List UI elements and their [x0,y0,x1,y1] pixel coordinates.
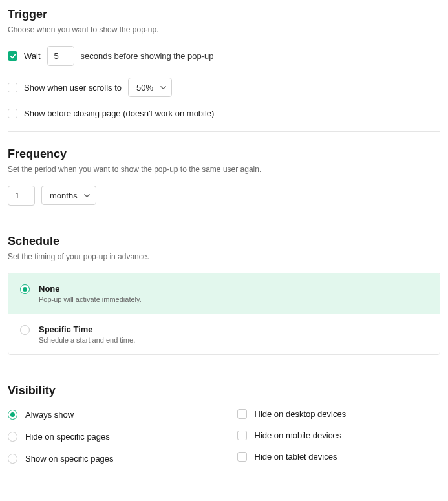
visibility-label: Hide on specific pages [25,432,110,442]
schedule-section: Schedule Set the timing of your pop-up i… [8,235,440,355]
visibility-label: Hide on mobile devices [255,431,341,440]
trigger-title: Trigger [8,8,440,21]
trigger-wait-row: Wait seconds before showing the pop-up [8,46,440,66]
schedule-option-specific[interactable]: Specific Time Schedule a start and end t… [8,314,440,354]
schedule-option-title: Specific Time [39,325,135,334]
scroll-select-value: 50% [136,83,153,92]
visibility-section: Visibility Always show Hide on specific … [8,384,440,464]
scroll-select[interactable]: 50% [128,78,172,97]
divider [8,131,440,132]
visibility-columns: Always show Hide on specific pages Show … [8,409,440,464]
schedule-option-none[interactable]: None Pop-up will activate immediately. [8,273,440,314]
check-icon [10,53,16,59]
wait-checkbox[interactable] [8,51,17,61]
visibility-radio-show-pages[interactable] [8,454,17,464]
visibility-label: Always show [25,410,74,420]
frequency-unit-value: months [50,191,78,200]
visibility-checkbox-mobile[interactable] [237,431,247,440]
wait-label: Wait [24,51,41,61]
visibility-mobile-row: Hide on mobile devices [237,431,441,440]
trigger-desc: Choose when you want to show the pop-up. [8,25,440,34]
schedule-desc: Set the timing of your pop-up in advance… [8,252,440,261]
visibility-show-pages-row: Show on specific pages [8,453,211,464]
schedule-radio-none[interactable] [20,284,30,294]
frequency-row: months [8,186,440,206]
frequency-desc: Set the period when you want to show the… [8,165,440,174]
wait-input[interactable] [47,46,74,66]
schedule-option-text: None Pop-up will activate immediately. [39,284,142,303]
schedule-options: None Pop-up will activate immediately. S… [8,273,440,355]
frequency-unit-select[interactable]: months [41,186,96,205]
wait-suffix: seconds before showing the pop-up [81,51,214,61]
frequency-section: Frequency Set the period when you want t… [8,147,440,206]
schedule-title: Schedule [8,235,440,248]
trigger-section: Trigger Choose when you want to show the… [8,8,440,118]
schedule-option-sub: Pop-up will activate immediately. [39,295,142,303]
scroll-checkbox[interactable] [8,83,17,92]
visibility-checkbox-desktop[interactable] [237,409,247,419]
visibility-right-col: Hide on desktop devices Hide on mobile d… [237,409,441,464]
visibility-radio-always[interactable] [8,410,17,420]
close-checkbox[interactable] [8,109,17,118]
visibility-radio-hide-pages[interactable] [8,432,17,442]
visibility-title: Visibility [8,384,440,398]
schedule-option-sub: Schedule a start and end time. [39,336,135,344]
divider [8,368,440,368]
schedule-option-title: None [39,284,142,293]
visibility-left-col: Always show Hide on specific pages Show … [8,409,211,464]
chevron-down-icon [160,84,166,91]
scroll-label: Show when user scrolls to [24,83,122,92]
visibility-hide-pages-row: Hide on specific pages [8,431,211,442]
schedule-radio-specific[interactable] [20,325,30,335]
visibility-tablet-row: Hide on tablet devices [237,452,441,462]
frequency-input[interactable] [8,186,35,206]
visibility-always-row: Always show [8,409,211,420]
divider [8,219,440,219]
frequency-title: Frequency [8,147,440,161]
trigger-close-row: Show before closing page (doesn't work o… [8,109,440,118]
visibility-desktop-row: Hide on desktop devices [237,409,441,419]
trigger-scroll-row: Show when user scrolls to 50% [8,78,440,97]
chevron-down-icon [84,192,91,198]
close-label: Show before closing page (doesn't work o… [24,109,214,118]
visibility-label: Hide on desktop devices [255,409,347,419]
visibility-label: Show on specific pages [25,454,114,464]
visibility-checkbox-tablet[interactable] [237,452,247,462]
schedule-option-text: Specific Time Schedule a start and end t… [39,325,135,344]
visibility-label: Hide on tablet devices [255,452,337,462]
